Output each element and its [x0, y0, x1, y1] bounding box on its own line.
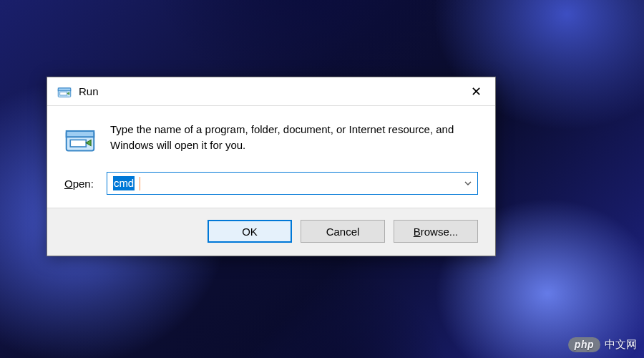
open-combobox[interactable]: cmd — [107, 172, 478, 195]
open-row: Open: cmd — [64, 172, 478, 195]
chevron-down-icon[interactable] — [459, 173, 477, 194]
description-row: Type the name of a program, folder, docu… — [64, 122, 478, 155]
cancel-button-label: Cancel — [326, 226, 360, 238]
ok-button-label: OK — [242, 226, 258, 238]
watermark-badge: php — [568, 337, 600, 352]
svg-rect-2 — [60, 92, 67, 95]
svg-rect-4 — [67, 131, 94, 137]
close-icon: ✕ — [471, 84, 482, 100]
browse-mnemonic: B — [414, 226, 421, 238]
watermark-text: 中文网 — [605, 338, 637, 352]
dialog-footer: OK Cancel Browse... — [47, 208, 495, 256]
ok-button[interactable]: OK — [208, 220, 292, 243]
browse-rest: rowse... — [421, 226, 459, 238]
svg-rect-1 — [58, 88, 71, 91]
run-icon-large — [64, 123, 96, 155]
run-icon — [57, 84, 72, 99]
svg-rect-5 — [70, 140, 86, 147]
cancel-button[interactable]: Cancel — [301, 220, 385, 243]
close-button[interactable]: ✕ — [459, 80, 492, 103]
dialog-title: Run — [79, 85, 99, 97]
dialog-body: Type the name of a program, folder, docu… — [47, 106, 495, 208]
dialog-description: Type the name of a program, folder, docu… — [110, 122, 478, 153]
titlebar[interactable]: Run ✕ — [47, 77, 495, 106]
open-label: Open: — [64, 178, 94, 190]
browse-button[interactable]: Browse... — [394, 220, 478, 243]
run-dialog: Run ✕ Type the name of a program, folder… — [47, 77, 496, 256]
open-label-rest: pen: — [73, 178, 94, 190]
open-input[interactable] — [107, 173, 459, 194]
open-label-mnemonic: O — [64, 178, 73, 190]
watermark: php 中文网 — [568, 337, 637, 352]
